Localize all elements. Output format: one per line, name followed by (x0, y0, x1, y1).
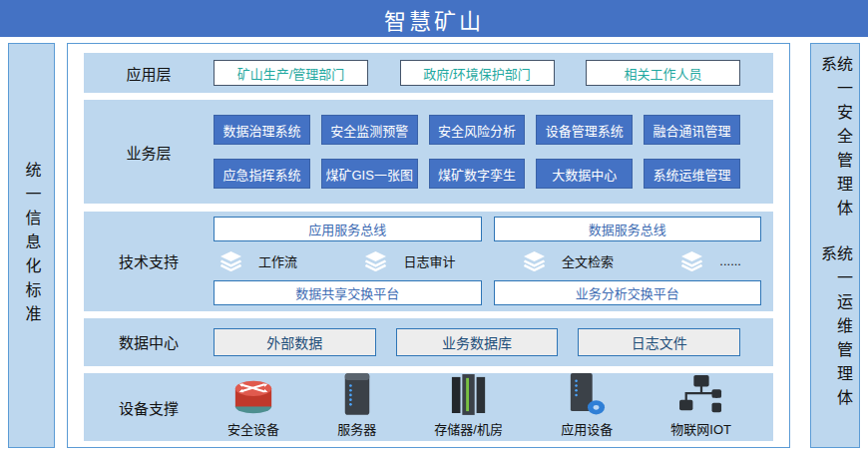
layer-device-support-content: 安全设备 服务器 (214, 372, 773, 442)
dc-box-external-data: 外部数据 (214, 328, 376, 356)
device-iot: 物联网IOT (670, 374, 731, 438)
device-label: 应用设备 (561, 419, 613, 438)
biz-btn-data-governance: 数据治理系统 (214, 115, 310, 145)
device-storage: 存储器/机房 (434, 372, 503, 438)
storage-rack-icon (450, 372, 488, 416)
biz-btn-big-data-center: 大数据中心 (536, 159, 633, 189)
device-label: 物联网IOT (670, 419, 731, 438)
platform-row: 数据共享交换平台 业务分析交换平台 (214, 280, 761, 305)
layer-data-center: 数据中心 外部数据 业务数据库 日志文件 (84, 318, 773, 366)
device-server: 服务器 (337, 372, 376, 438)
data-sharing-exchange-platform: 数据共享交换平台 (214, 280, 482, 305)
middleware-label: 日志审计 (403, 251, 455, 270)
layer-business: 业务层 数据治理系统 安全监测预警 安全风险分析 设备管理系统 融合通讯管理 应… (84, 100, 773, 204)
layers-stack-icon (219, 250, 242, 271)
iot-network-icon (678, 374, 724, 416)
service-bus-row: 应用服务总线 数据服务总线 (214, 217, 761, 241)
middleware-more: ...... (680, 250, 741, 271)
device-security: 安全设备 (227, 374, 279, 438)
biz-btn-equipment-mgmt: 设备管理系统 (536, 115, 633, 145)
biz-btn-risk-analysis: 安全风险分析 (429, 115, 526, 145)
layer-tech-content: 应用服务总线 数据服务总线 工作流 日志审计 全文检索 (214, 217, 773, 305)
dc-box-business-database: 业务数据库 (396, 328, 559, 356)
biz-btn-system-ops: 系统运维管理 (644, 159, 740, 189)
middleware-label: ...... (719, 253, 741, 268)
layer-tech-label: 技术支持 (84, 250, 214, 271)
layer-data-center-content: 外部数据 业务数据库 日志文件 (214, 328, 773, 356)
layer-device-support: 设备支撑 安全设备 (84, 373, 773, 441)
main-architecture-panel: 应用层 矿山生产/管理部门 政府/环境保护部门 相关工作人员 业务层 数据治理系… (67, 43, 790, 448)
right-pillar-management-systems: 统一安全管理体系 统一运维管理体系 (810, 43, 860, 448)
biz-btn-emergency-command: 应急指挥系统 (214, 159, 310, 189)
layers-stack-icon (680, 250, 703, 271)
title-banner: 智慧矿山 (0, 0, 868, 37)
layers-stack-icon (364, 250, 387, 271)
middleware-fulltext-search: 全文检索 (523, 250, 614, 271)
device-label: 安全设备 (227, 419, 279, 438)
server-tower-icon (341, 372, 373, 416)
page-title: 智慧矿山 (384, 3, 484, 35)
layer-application-content: 矿山生产/管理部门 政府/环境保护部门 相关工作人员 (214, 60, 773, 86)
left-pillar-unified-info-standard: 统一信息化标准 (8, 43, 55, 448)
layer-device-support-label: 设备支撑 (84, 397, 214, 418)
right-pillar-text-security: 统一安全管理体系 (819, 56, 851, 245)
middleware-workflow: 工作流 (219, 250, 297, 271)
device-application: 应用设备 (561, 372, 613, 438)
firewall-router-icon (228, 374, 278, 416)
biz-btn-digital-twin: 煤矿数字孪生 (429, 159, 526, 189)
smart-mine-architecture-diagram: 智慧矿山 统一信息化标准 统一安全管理体系 统一运维管理体系 应用层 矿山生产/… (0, 0, 868, 456)
right-pillar-text-ops: 统一运维管理体系 (819, 245, 851, 435)
biz-btn-safety-monitoring: 安全监测预警 (321, 115, 418, 145)
layer-business-content: 数据治理系统 安全监测预警 安全风险分析 设备管理系统 融合通讯管理 应急指挥系… (214, 115, 773, 189)
middleware-log-audit: 日志审计 (364, 250, 455, 271)
layer-tech-support: 技术支持 应用服务总线 数据服务总线 工作流 日志审计 (84, 212, 773, 311)
middleware-label: 工作流 (258, 251, 297, 270)
left-pillar-text: 统一信息化标准 (24, 162, 40, 329)
app-box-mine-production-dept: 矿山生产/管理部门 (214, 60, 368, 86)
layer-business-label: 业务层 (84, 142, 214, 163)
dc-box-log-files: 日志文件 (578, 328, 740, 356)
layers-stack-icon (523, 250, 546, 271)
business-analysis-exchange-platform: 业务分析交换平台 (494, 280, 762, 305)
middleware-row: 工作流 日志审计 全文检索 ...... (214, 250, 761, 271)
app-service-bus: 应用服务总线 (214, 217, 482, 241)
app-box-related-staff: 相关工作人员 (586, 60, 740, 86)
biz-btn-comms-mgmt: 融合通讯管理 (644, 115, 740, 145)
layer-data-center-label: 数据中心 (84, 331, 214, 352)
app-box-government-env-dept: 政府/环境保护部门 (400, 60, 555, 86)
data-service-bus: 数据服务总线 (494, 217, 762, 241)
app-server-disk-icon (568, 372, 606, 416)
biz-btn-gis-one-map: 煤矿GIS一张图 (321, 159, 418, 189)
middleware-label: 全文检索 (562, 251, 614, 270)
layer-application-label: 应用层 (84, 63, 214, 84)
layer-application: 应用层 矿山生产/管理部门 政府/环境保护部门 相关工作人员 (84, 53, 773, 93)
business-row-1: 数据治理系统 安全监测预警 安全风险分析 设备管理系统 融合通讯管理 (214, 115, 740, 145)
device-label: 服务器 (337, 419, 376, 438)
business-row-2: 应急指挥系统 煤矿GIS一张图 煤矿数字孪生 大数据中心 系统运维管理 (214, 159, 740, 189)
device-label: 存储器/机房 (434, 419, 503, 438)
